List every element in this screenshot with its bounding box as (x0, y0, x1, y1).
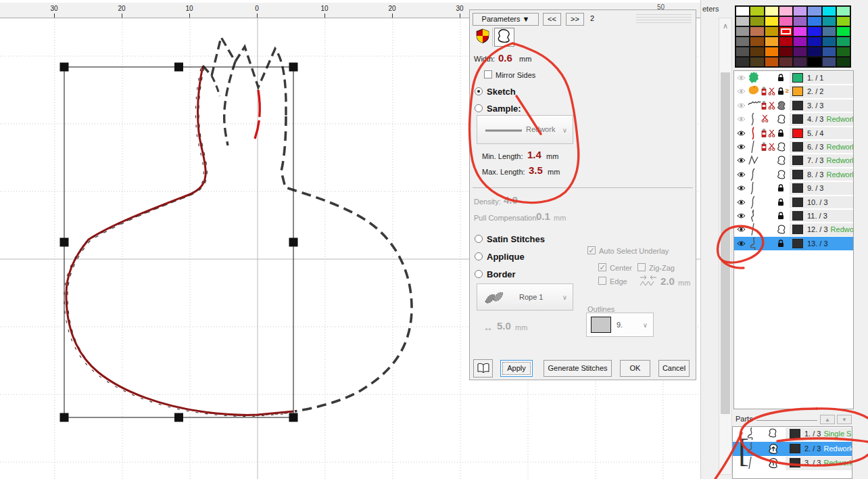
scrollbar-thumb[interactable] (721, 72, 730, 414)
palette-swatch[interactable] (794, 7, 806, 16)
eye-icon[interactable] (737, 143, 746, 150)
max-length-value[interactable]: 3.5 (529, 164, 543, 176)
edge-checkbox[interactable] (598, 277, 606, 285)
palette-swatch[interactable] (794, 17, 806, 26)
eye-hidden-icon[interactable] (737, 102, 746, 109)
palette-swatch[interactable] (750, 37, 763, 46)
color-swatch[interactable] (792, 225, 803, 234)
palette-swatch[interactable] (750, 17, 763, 26)
eye-hidden-icon[interactable] (737, 116, 746, 122)
shield-tool-button[interactable] (473, 28, 493, 47)
palette-swatch[interactable] (837, 7, 850, 16)
layer-row[interactable]: 13. / 3 (734, 237, 853, 250)
prev-button[interactable]: << (543, 13, 561, 26)
palette-swatch[interactable] (736, 17, 749, 26)
selection-handle[interactable] (174, 63, 183, 72)
eye-icon[interactable] (737, 171, 746, 178)
palette-swatch[interactable] (765, 47, 778, 56)
color-swatch[interactable] (792, 170, 803, 179)
layer-row[interactable]: 1. / 1 (734, 71, 853, 85)
palette-swatch[interactable] (736, 27, 749, 36)
palette-swatch[interactable] (823, 17, 836, 26)
layers-list[interactable]: 1. / 1≥2. / 23. / 34. / 3Redwork5. / 46.… (733, 70, 854, 409)
color-swatch[interactable] (790, 429, 800, 438)
palette-swatch[interactable] (823, 37, 836, 46)
sketch-radio[interactable] (475, 87, 483, 95)
palette-swatch[interactable] (823, 27, 836, 36)
palette-swatch[interactable] (750, 7, 763, 16)
eye-icon[interactable] (737, 226, 746, 233)
layer-row[interactable]: 6. / 3Redwork (734, 140, 853, 154)
palette-swatch[interactable] (794, 27, 806, 36)
border-radio[interactable] (475, 270, 483, 278)
palette-swatch[interactable] (837, 27, 850, 36)
color-swatch[interactable] (792, 198, 803, 207)
palette-swatch[interactable] (765, 37, 778, 46)
scroll-up-icon[interactable]: ∧ (719, 20, 731, 32)
color-swatch[interactable] (792, 129, 803, 138)
color-swatch[interactable] (790, 444, 800, 453)
help-book-button[interactable] (473, 359, 493, 378)
center-checkbox[interactable]: ✓ (598, 263, 606, 271)
eye-hidden-icon[interactable] (737, 88, 746, 95)
selection-handle[interactable] (174, 413, 183, 422)
color-swatch[interactable] (792, 183, 803, 193)
palette-swatch[interactable] (808, 27, 821, 36)
border-style-dropdown[interactable]: Rope 1 ∨ (477, 283, 573, 311)
color-swatch[interactable] (792, 114, 803, 124)
thread-color-palette[interactable] (735, 5, 851, 68)
eye-icon[interactable] (737, 199, 746, 206)
palette-swatch[interactable] (736, 58, 749, 66)
color-swatch[interactable] (792, 142, 803, 152)
cancel-button[interactable]: Cancel (658, 360, 690, 377)
palette-swatch[interactable] (779, 47, 792, 56)
next-button[interactable]: >> (566, 13, 584, 26)
selection-handle[interactable] (60, 413, 69, 422)
color-swatch[interactable] (792, 101, 803, 110)
palette-swatch[interactable] (837, 37, 850, 46)
layer-row[interactable]: 7. / 3Redwork (734, 154, 853, 167)
parts-move-up-button[interactable]: ▲ (820, 415, 835, 424)
layer-row[interactable]: 4. / 3Redwork (734, 112, 853, 126)
palette-swatch[interactable] (765, 7, 778, 16)
parameters-dropdown-button[interactable]: Parameters ▼ (473, 13, 539, 26)
selection-box[interactable] (64, 67, 293, 417)
palette-swatch[interactable] (779, 58, 792, 66)
generate-stitches-button[interactable]: Generate Stitches (544, 360, 612, 377)
applique-radio[interactable] (475, 252, 483, 260)
palette-swatch[interactable] (808, 47, 821, 56)
ok-button[interactable]: OK (620, 360, 650, 377)
palette-swatch[interactable] (837, 47, 850, 56)
selection-handle[interactable] (289, 238, 298, 247)
palette-swatch[interactable] (779, 7, 792, 16)
parts-list[interactable]: 1. / 3Single S2. / 3Redwork3. / 3Redwork (732, 426, 852, 479)
selection-handle[interactable] (289, 63, 298, 72)
layer-row[interactable]: ≥2. / 2 (734, 85, 853, 98)
layer-row[interactable]: 10. / 3 (734, 196, 853, 209)
palette-swatch[interactable] (736, 37, 749, 46)
palette-swatch[interactable] (765, 58, 778, 66)
selection-handle[interactable] (289, 413, 298, 422)
palette-swatch[interactable] (794, 58, 806, 66)
color-swatch[interactable] (792, 239, 803, 248)
color-swatch[interactable] (792, 87, 803, 96)
palette-swatch[interactable] (750, 58, 763, 66)
palette-swatch[interactable] (808, 37, 821, 46)
palette-swatch[interactable] (765, 27, 778, 36)
eye-icon[interactable] (737, 185, 746, 191)
parts-row[interactable]: 3. / 3Redwork (733, 456, 852, 471)
width-value[interactable]: 0.6 (498, 52, 512, 64)
palette-swatch[interactable] (837, 58, 850, 66)
layer-row[interactable]: 3. / 3 (734, 99, 853, 112)
layer-row[interactable]: 8. / 3Redwork (734, 168, 853, 181)
layer-row[interactable]: 9. / 3 (734, 181, 853, 195)
eye-icon[interactable] (737, 212, 746, 219)
auto-select-underlay-checkbox[interactable]: ✓ (587, 246, 596, 254)
palette-swatch[interactable] (808, 7, 821, 16)
palette-swatch[interactable] (750, 47, 763, 56)
zigzag-checkbox[interactable] (637, 263, 646, 271)
eye-icon[interactable] (737, 130, 746, 137)
palette-swatch[interactable] (750, 27, 763, 36)
layer-row[interactable]: 5. / 4 (734, 127, 853, 140)
eye-icon[interactable] (737, 240, 746, 247)
